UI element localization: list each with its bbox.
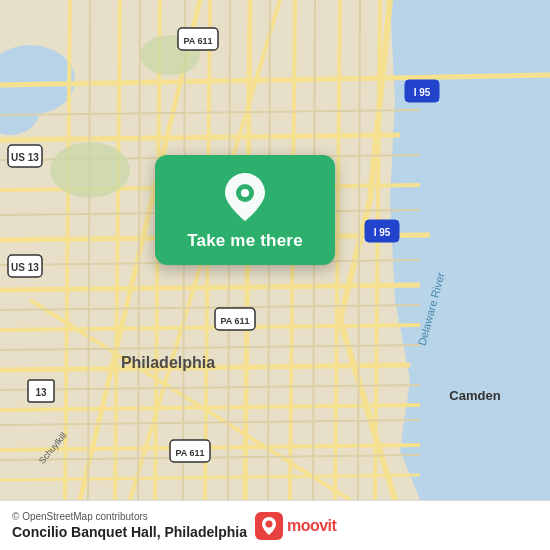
svg-point-67 [241,189,249,197]
bottom-bar: © OpenStreetMap contributors Concilio Ba… [0,500,550,550]
moovit-text: moovit [287,517,336,535]
svg-text:US 13: US 13 [11,152,39,163]
svg-text:Philadelphia: Philadelphia [121,354,215,371]
take-me-there-button[interactable]: Take me there [155,155,335,265]
bottom-left-info: © OpenStreetMap contributors Concilio Ba… [12,511,247,540]
moovit-icon [255,512,283,540]
map-container: US 13 US 13 PA 611 I 95 I 95 PA 611 PA 6… [0,0,550,500]
svg-text:US 13: US 13 [11,262,39,273]
svg-text:PA 611: PA 611 [175,448,204,458]
moovit-logo: moovit [255,512,336,540]
svg-point-69 [265,520,272,527]
svg-text:13: 13 [35,387,47,398]
svg-point-44 [50,142,130,198]
osm-copyright: © OpenStreetMap contributors [12,511,247,522]
svg-text:Camden: Camden [449,388,500,403]
take-me-there-label: Take me there [187,231,303,251]
location-pin-icon [221,173,269,221]
svg-text:PA 611: PA 611 [183,36,212,46]
svg-text:I 95: I 95 [374,227,391,238]
svg-text:I 95: I 95 [414,87,431,98]
svg-text:PA 611: PA 611 [220,316,249,326]
place-name: Concilio Banquet Hall, Philadelphia [12,524,247,540]
